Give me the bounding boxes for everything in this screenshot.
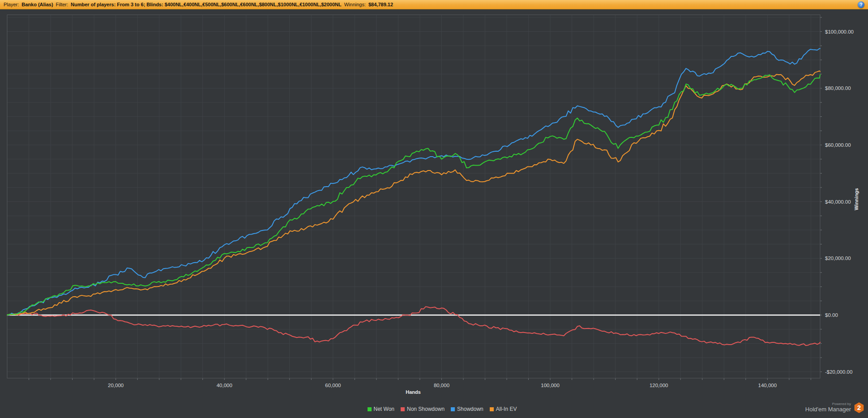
svg-text:$80,000.00: $80,000.00 [825, 85, 851, 91]
winnings-label: Winnings: [344, 2, 366, 7]
x-axis-title: Hands [400, 389, 427, 395]
winnings-value: $84,789.12 [368, 2, 393, 7]
svg-text:60,000: 60,000 [325, 383, 341, 388]
svg-text:80,000: 80,000 [434, 383, 449, 388]
svg-text:$20,000.00: $20,000.00 [825, 256, 851, 261]
hm2-logo-icon: 2 [854, 402, 864, 413]
svg-text:$0.00: $0.00 [825, 312, 838, 318]
legend-item-showdown[interactable]: Showdown [451, 406, 483, 412]
help-icon[interactable]: ? [858, 1, 864, 8]
legend-label: Showdown [457, 406, 483, 412]
y-axis-title: Winnings [853, 188, 859, 210]
winnings-graph: 20,00040,00060,00080,000100,000120,00014… [0, 9, 868, 418]
legend-item-net-won[interactable]: Net Won [368, 406, 394, 412]
legend-label: Non Showdown [407, 406, 445, 412]
svg-text:20,000: 20,000 [108, 383, 124, 388]
legend-swatch-icon [490, 407, 494, 411]
legend-swatch-icon [401, 407, 405, 411]
svg-text:100,000: 100,000 [541, 383, 560, 388]
svg-text:120,000: 120,000 [650, 383, 668, 388]
legend-label: Net Won [374, 406, 394, 412]
brand-name: Hold'em Manager [805, 406, 851, 413]
svg-text:$100,000.00: $100,000.00 [825, 29, 854, 34]
legend: Net WonNon ShowdownShowdownAll-In EV [368, 406, 517, 412]
svg-text:$60,000.00: $60,000.00 [825, 142, 851, 148]
filter-bar: Player: Banko (Alias) Filter: Number of … [0, 0, 868, 9]
legend-item-all-in-ev[interactable]: All-In EV [490, 406, 517, 412]
svg-text:40,000: 40,000 [217, 383, 232, 388]
player-label: Player: [4, 2, 19, 7]
legend-swatch-icon [368, 407, 372, 411]
legend-swatch-icon [451, 407, 455, 411]
legend-label: All-In EV [496, 406, 517, 412]
powered-by: Powered by Hold'em Manager 2 [805, 402, 864, 413]
graph-stage: 20,00040,00060,00080,000100,000120,00014… [0, 9, 868, 418]
svg-text:-$20,000.00: -$20,000.00 [825, 369, 852, 375]
powered-by-text: Powered by Hold'em Manager [805, 402, 851, 413]
filter-label: Filter: [56, 2, 68, 7]
svg-text:140,000: 140,000 [758, 383, 777, 388]
svg-text:$40,000.00: $40,000.00 [825, 199, 851, 205]
legend-item-non-showdown[interactable]: Non Showdown [401, 406, 445, 412]
filter-value: Number of players: From 3 to 6; Blinds: … [71, 2, 342, 7]
player-value: Banko (Alias) [21, 2, 53, 7]
